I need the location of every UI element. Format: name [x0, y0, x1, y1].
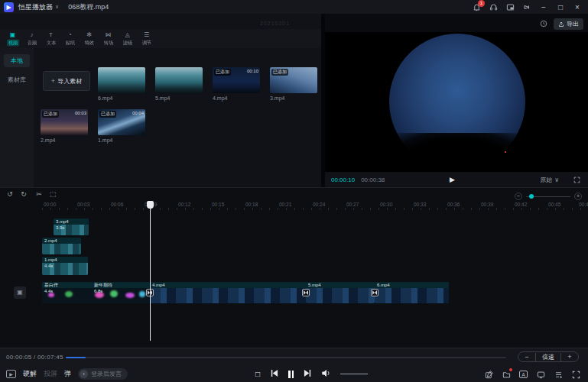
- mini-player-icon[interactable]: ▶: [6, 370, 16, 378]
- tab-video[interactable]: ▣视频: [3, 31, 22, 47]
- ruler-tick: 00:06: [111, 202, 123, 207]
- tab-transition[interactable]: ⋈转场: [99, 31, 118, 47]
- speed-minus-button[interactable]: −: [518, 353, 535, 361]
- tv-screen-icon[interactable]: [536, 370, 545, 379]
- preview-fullscreen-icon[interactable]: [573, 173, 580, 186]
- preview-play-button[interactable]: ▶: [450, 176, 455, 183]
- ruler-tick: 00:15: [212, 202, 224, 207]
- document-title: 068教程.mp4: [68, 2, 109, 12]
- maximize-button[interactable]: □: [556, 3, 565, 11]
- split-scissors-button[interactable]: ✂: [34, 190, 44, 198]
- main-clip-5mp4[interactable]: 5.mp4: [306, 282, 375, 303]
- media-source-rail: 本地 素材库: [0, 48, 34, 187]
- support-headset-icon[interactable]: [489, 2, 498, 11]
- edit-clip-icon[interactable]: [484, 370, 493, 379]
- tab-effects[interactable]: ✻特效: [80, 31, 99, 47]
- app-logo-icon: ▶: [4, 2, 14, 12]
- timeline-zoom-out-button[interactable]: −: [515, 193, 522, 200]
- import-media-button[interactable]: + 导入素材: [43, 71, 90, 91]
- duration-label: 00:10: [247, 69, 258, 73]
- redo-button[interactable]: ↻: [18, 190, 29, 198]
- timeline-zoom-handle[interactable]: [529, 194, 534, 199]
- app-name: 恒星播放器: [18, 2, 53, 12]
- cast-icon[interactable]: [522, 2, 531, 11]
- media-thumb-4[interactable]: 已添加 00:10: [213, 67, 260, 93]
- danmaku-toggle[interactable]: 弹: [64, 369, 71, 379]
- media-thumb-6[interactable]: [98, 67, 145, 93]
- sidebar-item-library[interactable]: 素材库: [4, 73, 30, 86]
- fullscreen-icon[interactable]: [571, 370, 580, 379]
- playback-time-display: 00:00:05 / 00:07:45: [6, 354, 63, 361]
- media-filename: 5.mp4: [155, 96, 170, 101]
- folder-icon[interactable]: [502, 370, 511, 379]
- notification-bell-icon[interactable]: 1: [472, 2, 481, 11]
- video-frame-tower-light: [505, 151, 506, 153]
- undo-button[interactable]: ↺: [5, 190, 15, 198]
- ruler-tick: 00:18: [245, 202, 258, 207]
- text-tab-icon: T: [49, 31, 53, 38]
- seek-bar-fill: [66, 357, 86, 358]
- track-area[interactable]: 3.mp4 3.9s 2.mp4 1.mp4 4.4s 慕白作 4.4s: [0, 210, 588, 348]
- transition-marker-icon[interactable]: [371, 289, 378, 296]
- clip-2mp4[interactable]: 2.mp4: [42, 238, 81, 254]
- preview-ratio-dropdown[interactable]: 原始 ∨: [540, 176, 559, 184]
- danmaku-input[interactable]: › 登录后发言: [78, 368, 128, 380]
- media-filename: 1.mp4: [98, 138, 112, 143]
- clip-3mp4[interactable]: 3.mp4 3.9s: [54, 219, 89, 235]
- tab-audio[interactable]: ♪音频: [22, 31, 41, 47]
- ruler-tick: 00:21: [279, 202, 291, 207]
- export-button[interactable]: 导出: [554, 18, 583, 30]
- cast-toggle[interactable]: 投屏: [44, 369, 57, 379]
- tab-filter[interactable]: ◬滤镜: [118, 31, 137, 47]
- seek-bar[interactable]: [66, 357, 506, 358]
- tab-adjust[interactable]: ☰调节: [137, 31, 156, 47]
- previous-button[interactable]: [270, 369, 278, 379]
- tab-text[interactable]: T文本: [41, 31, 60, 47]
- sidebar-item-local[interactable]: 本地: [4, 54, 30, 67]
- history-clock-icon[interactable]: [540, 20, 547, 29]
- adjust-tab-icon: ☰: [144, 31, 149, 38]
- timeline-zoom-in-button[interactable]: +: [574, 193, 582, 200]
- main-track-cover-button[interactable]: ▣: [14, 286, 26, 299]
- player-bottom-bar: 00:00:05 / 00:07:45 − 倍速 + ▶ 硬解 投屏 弹 › 登…: [0, 348, 588, 382]
- media-filename: 3.mp4: [270, 96, 284, 101]
- delete-clip-button[interactable]: ⬚: [47, 190, 58, 198]
- pause-button[interactable]: [288, 371, 294, 378]
- media-thumb-3[interactable]: 已添加: [270, 67, 317, 93]
- send-arrow-icon: ›: [80, 370, 88, 378]
- mini-window-icon[interactable]: [505, 2, 515, 11]
- hw-decode-toggle[interactable]: 硬解: [23, 369, 37, 379]
- next-button[interactable]: [304, 369, 312, 379]
- media-thumb-2[interactable]: 已添加 00:03: [41, 109, 88, 135]
- stop-button[interactable]: □: [255, 370, 260, 378]
- added-badge: 已添加: [271, 69, 288, 76]
- time-ruler[interactable]: 00:00 00:03 00:06 00:09 00:12 00:15 00:1…: [0, 201, 588, 210]
- speed-label[interactable]: 倍速: [535, 353, 561, 361]
- video-viewport[interactable]: [325, 32, 588, 172]
- asset-tabs: ▣视频 ♪音频 T文本 ◔贴纸 ✻特效 ⋈转场 ◬滤镜 ☰调节: [0, 29, 321, 48]
- chevron-down-icon: ∨: [554, 176, 559, 183]
- transition-marker-icon[interactable]: [302, 289, 310, 296]
- ruler-tick: 00:12: [178, 202, 190, 207]
- media-thumb-5[interactable]: [155, 67, 203, 93]
- main-clip-6mp4[interactable]: 6.mp4: [375, 282, 449, 303]
- main-clip-4mp4[interactable]: 4.mp4: [150, 282, 306, 303]
- volume-slider[interactable]: [340, 374, 368, 374]
- speed-plus-button[interactable]: +: [561, 353, 578, 361]
- timeline-zoom-slider[interactable]: [526, 196, 570, 197]
- media-thumb-1[interactable]: 已添加 00:04: [98, 109, 145, 135]
- subtitle-icon[interactable]: A: [519, 371, 528, 378]
- playlist-icon[interactable]: [554, 370, 563, 379]
- close-button[interactable]: ×: [573, 3, 582, 11]
- tab-sticker[interactable]: ◔贴纸: [60, 31, 80, 47]
- timeline-toolbar: ↺ ↻ ✂ ⬚ − +: [0, 190, 588, 201]
- app-menu-caret-icon[interactable]: ∨: [55, 4, 59, 10]
- clip-1mp4[interactable]: 1.mp4 4.4s: [42, 257, 88, 275]
- volume-icon[interactable]: [322, 369, 330, 379]
- added-badge: 已添加: [214, 69, 231, 76]
- playhead-handle[interactable]: [147, 201, 154, 209]
- main-clip-title2[interactable]: 新年期待 6.8s: [92, 282, 150, 303]
- date-watermark: 20210201: [260, 21, 290, 26]
- main-clip-title1[interactable]: 慕白作 4.4s: [42, 282, 92, 303]
- minimize-button[interactable]: −: [539, 3, 548, 11]
